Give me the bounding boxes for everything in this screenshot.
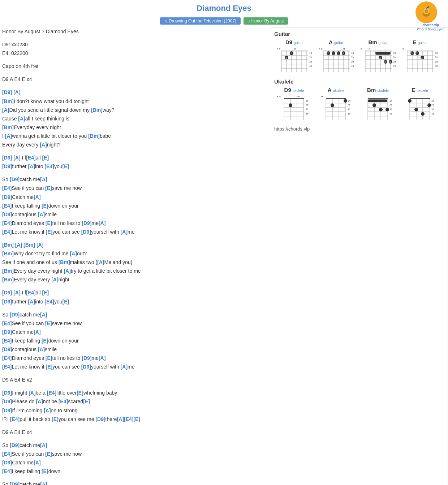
- svg-text:x x: x x: [277, 47, 280, 50]
- svg-text:1fr: 1fr: [389, 99, 393, 102]
- lyrics-section: Honor By August ? Diamond Eyes D9: xx023…: [2, 27, 267, 485]
- artist-tag[interactable]: ♪ Honor By August: [244, 17, 288, 25]
- svg-text:4fr: 4fr: [309, 65, 312, 67]
- lyric-line: [E4]See if you can [E]save me now: [2, 319, 264, 328]
- svg-text:o o: o o: [319, 95, 323, 98]
- logo-icon: ♪: [415, 1, 437, 23]
- svg-text:1: 1: [332, 52, 334, 55]
- svg-text:4fr: 4fr: [389, 112, 393, 115]
- lyric-line: [E4]Let me know if [E]you can see [D9]yo…: [2, 363, 264, 371]
- lyric-line: [D9]further [A]into [E4]you[E]: [2, 162, 264, 171]
- site-url[interactable]: https://chords.vip: [274, 126, 445, 132]
- album-tag[interactable]: ♫ Drowning Out the Television (2007): [160, 17, 241, 25]
- svg-text:1: 1: [290, 52, 292, 55]
- svg-text:1fr: 1fr: [435, 52, 438, 54]
- svg-text:1fr: 1fr: [393, 52, 396, 54]
- svg-point-164: [408, 99, 412, 103]
- svg-text:2: 2: [379, 56, 381, 59]
- lyric-line: [D9] [A] I f[E4]all [E]: [2, 289, 264, 297]
- lyric-line: So [D9]catch me[A]: [2, 480, 264, 485]
- svg-text:4: 4: [389, 61, 391, 63]
- svg-text:1fr: 1fr: [309, 52, 312, 54]
- chord-e-ukulele: E ukulele 1fr 2fr 3fr 4fr: [400, 87, 440, 123]
- lyric-line: [A]Did you send a little signal down my …: [2, 106, 264, 114]
- svg-text:2: 2: [416, 52, 418, 55]
- chords-panel: Guitar D9 guitar x x o: [271, 27, 448, 485]
- guitar-chord-row: D9 guitar x x o: [274, 39, 445, 76]
- svg-text:4fr: 4fr: [435, 65, 438, 67]
- lyric-line: [Bm]Every day every night [A]try to get …: [2, 267, 264, 275]
- chord-bm-ukulele: Bm ukulele 1fr 2fr 3fr 4fr: [358, 87, 398, 123]
- lyric-line: [D9]If I?m coming [A]on to strong: [2, 407, 264, 415]
- lyric-line: Cause [A]all I keep thinking is: [2, 115, 264, 123]
- svg-text:3: 3: [285, 56, 287, 59]
- svg-point-6: [428, 6, 429, 8]
- svg-text:1fr: 1fr: [431, 99, 435, 102]
- svg-text:o: o: [338, 95, 340, 98]
- chord-bm-guitar: Bm guitar x x 1fr: [358, 39, 398, 76]
- svg-text:x o: x o: [277, 95, 281, 98]
- lyric-line: [E4]I keep falling [E]down on your: [2, 337, 264, 345]
- svg-point-4: [426, 10, 427, 12]
- chord-a-ukulele: A ukulele o o o 1fr 2fr: [316, 87, 356, 123]
- lyric-line: [Bm]Every day every [A]night: [2, 276, 264, 284]
- svg-text:3fr: 3fr: [431, 108, 435, 111]
- svg-text:x: x: [361, 47, 362, 50]
- svg-text:x: x: [369, 47, 370, 50]
- svg-text:x o: x o: [319, 47, 323, 50]
- guitar-section-title: Guitar: [274, 31, 445, 37]
- lyric-line: [D9]Catch me[A]: [2, 328, 264, 336]
- chord-diagram-d9-ukulele: x o o o 1fr 2fr 3fr 4fr: [276, 94, 312, 123]
- lyric-line: So [D9]catch me[A]: [2, 311, 264, 319]
- svg-point-133: [331, 103, 334, 107]
- chord-diagram-bm-ukulele: 1fr 2fr 3fr 4fr: [360, 94, 396, 123]
- lyric-line: So [D9]catch me[A]: [2, 175, 264, 184]
- svg-text:o: o: [343, 47, 345, 50]
- svg-point-167: [421, 112, 425, 116]
- svg-text:3fr: 3fr: [393, 60, 396, 63]
- lyric-line: [E4]Let me know if [E]you can see [D9]yo…: [2, 228, 264, 236]
- chord-diagram-d9-guitar: x x o 1fr 2fr: [276, 46, 312, 76]
- svg-rect-147: [368, 99, 387, 102]
- lyric-line: [E4]See if you can [E]save me now: [2, 450, 264, 458]
- svg-text:1: 1: [374, 52, 376, 55]
- lyric-line: I?ll [E4]pull it back so [E]you can see …: [2, 415, 264, 424]
- chord-diagram-a-ukulele: o o o 1fr 2fr 3fr 4fr: [318, 94, 354, 123]
- lyric-line: Every day every [A]night?: [2, 141, 264, 149]
- svg-text:2fr: 2fr: [431, 104, 435, 106]
- svg-point-166: [414, 108, 418, 111]
- chord-d9-guitar: D9 guitar x x o: [274, 39, 314, 76]
- lyric-line: [D9] [A]: [2, 88, 264, 97]
- svg-text:3: 3: [411, 52, 413, 55]
- chord-a-guitar: A guitar x o o 1fr: [316, 39, 356, 76]
- lyric-line: [E4]Diamond eyes [E]tell no lies to [D9]…: [2, 354, 264, 362]
- site-logo[interactable]: ♪ chords.vipChord Song Lyric: [415, 1, 444, 23]
- chord-seq-3: D9 A E4 E x4: [2, 428, 264, 437]
- chord-diagram-e-guitar: o 1fr 2fr 3fr 4fr: [402, 46, 438, 76]
- svg-text:♪: ♪: [425, 8, 426, 10]
- lyric-line: [D9]Catch me[A]: [2, 193, 264, 201]
- svg-text:4fr: 4fr: [348, 112, 351, 115]
- lyric-line: [D9]contagious [A]smile: [2, 345, 264, 354]
- lyric-line: [D9]Please do [A]not be [E4]scared[E]: [2, 397, 264, 406]
- svg-text:2fr: 2fr: [309, 56, 312, 59]
- svg-text:3fr: 3fr: [389, 108, 393, 111]
- svg-text:4fr: 4fr: [431, 112, 435, 115]
- svg-text:2fr: 2fr: [306, 104, 309, 106]
- tuning-d9: D9: xx0230: [2, 41, 264, 49]
- svg-text:4fr: 4fr: [393, 65, 396, 67]
- nav-tags: ♫ Drowning Out the Television (2007) ♪ H…: [0, 15, 448, 27]
- lyric-line: [E4]I keep falling [E]down on your: [2, 202, 264, 210]
- song-intro: Honor By August ? Diamond Eyes: [2, 27, 264, 36]
- svg-point-116: [289, 103, 292, 107]
- lyric-line: [Bm]Everyday every night: [2, 123, 264, 132]
- svg-text:3fr: 3fr: [309, 60, 312, 63]
- svg-text:3fr: 3fr: [351, 60, 354, 63]
- tuning-e4: E4: 022200: [2, 49, 264, 58]
- svg-text:2: 2: [327, 52, 329, 55]
- lyric-line: [D9] [A] I f[E4]all [E]: [2, 154, 264, 162]
- chord-diagram-a-guitar: x o o 1fr 2fr 3fr 4fr: [318, 46, 354, 76]
- chord-d9-ukulele: D9 ukulele x o o o 1fr 2fr: [274, 87, 314, 123]
- svg-point-149: [379, 108, 383, 111]
- ukulele-chord-row: D9 ukulele x o o o 1fr 2fr: [274, 87, 445, 123]
